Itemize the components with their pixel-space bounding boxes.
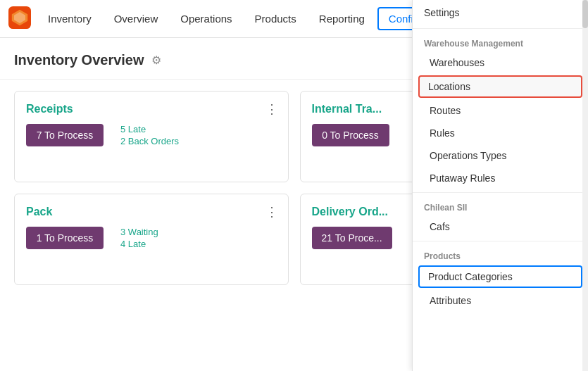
internal-process-button[interactable]: 0 To Process	[312, 124, 389, 146]
dropdown-attributes[interactable]: Attributes	[413, 289, 588, 312]
pack-process-button[interactable]: 1 To Process	[26, 227, 104, 249]
pack-late-stat: 4 Late	[120, 239, 158, 249]
pack-card: Pack ⋮ 1 To Process 3 Waiting 4 Late	[14, 194, 289, 285]
delivery-process-button[interactable]: 21 To Proce...	[312, 227, 392, 249]
nav-overview[interactable]: Overview	[104, 8, 168, 29]
dropdown-routes[interactable]: Routes	[413, 99, 588, 122]
receipts-backorder-stat: 2 Back Orders	[120, 136, 179, 146]
nav-products[interactable]: Products	[245, 8, 306, 29]
receipts-late-stat: 5 Late	[120, 124, 179, 134]
divider-1	[413, 28, 588, 29]
divider-2	[413, 192, 588, 193]
dropdown-product-categories[interactable]: Product Categories	[420, 267, 581, 287]
nav-reporting[interactable]: Reporting	[309, 8, 375, 29]
dropdown-locations[interactable]: Locations	[420, 77, 581, 96]
dropdown-settings[interactable]: Settings	[413, 0, 588, 25]
pack-title: Pack	[26, 206, 277, 218]
dropdown-cafs[interactable]: Cafs	[413, 215, 588, 238]
receipts-menu-icon[interactable]: ⋮	[265, 101, 278, 117]
scrollbar-thumb	[582, 0, 588, 28]
pack-menu-icon[interactable]: ⋮	[265, 204, 278, 220]
dropdown-warehouses[interactable]: Warehouses	[413, 51, 588, 74]
products-section-header: Products	[413, 244, 588, 264]
receipts-process-button[interactable]: 7 To Process	[26, 124, 104, 146]
warehouse-mgmt-header: Warehouse Management	[413, 32, 588, 51]
dropdown-operations-types[interactable]: Operations Types	[413, 144, 588, 167]
nav-operations[interactable]: Operations	[170, 8, 242, 29]
app-logo[interactable]	[8, 6, 35, 31]
scrollbar[interactable]	[582, 0, 588, 371]
dropdown-putaway-rules[interactable]: Putaway Rules	[413, 167, 588, 189]
divider-3	[413, 241, 588, 241]
receipts-card: Receipts ⋮ 7 To Process 5 Late 2 Back Or…	[14, 91, 289, 182]
receipts-title: Receipts	[26, 103, 277, 115]
chilean-sii-header: Chilean SII	[413, 196, 588, 215]
dropdown-rules[interactable]: Rules	[413, 122, 588, 144]
pack-waiting-stat: 3 Waiting	[120, 227, 158, 237]
nav-inventory[interactable]: Inventory	[38, 8, 101, 29]
page-title: Inventory Overview	[14, 52, 144, 68]
configuration-dropdown: Settings Warehouse Management Warehouses…	[412, 0, 588, 371]
gear-icon[interactable]: ⚙	[151, 54, 161, 67]
